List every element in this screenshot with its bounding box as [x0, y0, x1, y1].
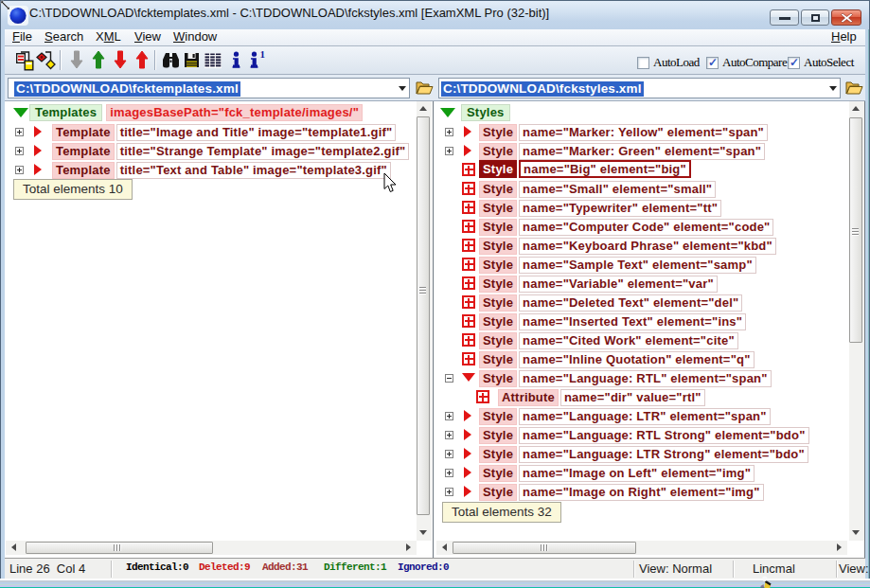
svg-text:1: 1	[260, 50, 266, 60]
